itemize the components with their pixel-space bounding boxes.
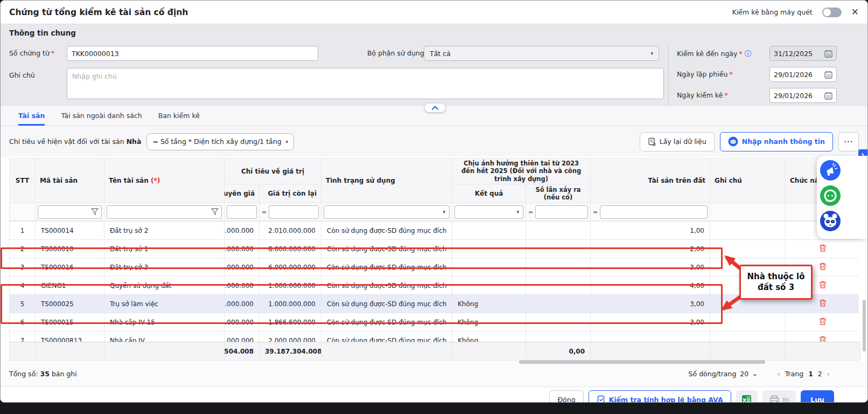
so-chung-tu-input[interactable] bbox=[67, 46, 318, 61]
cell-ghi-chu[interactable] bbox=[710, 313, 786, 332]
cell-tai-san-tren-dat[interactable]: 3,00 bbox=[591, 295, 710, 313]
cell-nguyen-gia[interactable]: 0.000.000 bbox=[225, 222, 260, 240]
cell-so-lan[interactable] bbox=[526, 258, 591, 277]
cell-stt[interactable]: 7 bbox=[10, 332, 36, 342]
cell-gia-tri-con-lai[interactable]: 6.000.000.000 bbox=[260, 258, 321, 277]
cell-so-lan[interactable] bbox=[526, 313, 591, 332]
cell-ten-tai-san[interactable]: Nhà cấp IV-15 bbox=[104, 313, 225, 332]
cell-nguyen-gia[interactable]: 0.000.000 bbox=[225, 295, 260, 313]
cell-so-lan[interactable] bbox=[526, 277, 591, 295]
col-header-so-lan[interactable]: Số lần xảy ra (nếu có) bbox=[526, 184, 591, 203]
filter-so-lan-input[interactable] bbox=[535, 205, 588, 219]
col-header-ma-tai-san[interactable]: Mã tài sản bbox=[36, 158, 104, 203]
cell-tinh-trang[interactable]: Còn sử dụng được-SD đúng mục đích bbox=[321, 332, 452, 342]
asset-row[interactable]: 1TS000014Đất trụ sở 20.000.0002.010.000.… bbox=[10, 222, 859, 240]
cell-ten-tai-san[interactable]: Quyền sử dụng đất bbox=[104, 277, 225, 295]
filter-tai-san-tren-dat-input[interactable] bbox=[600, 205, 708, 219]
save-button[interactable]: Lưu bbox=[801, 390, 834, 403]
tab-tai-san[interactable]: Tài sản bbox=[18, 106, 45, 126]
cell-nguyen-gia[interactable]: 0.000.000 bbox=[225, 277, 260, 295]
ghi-chu-textarea[interactable] bbox=[67, 68, 664, 99]
cell-ket-qua[interactable] bbox=[452, 258, 526, 277]
cell-tai-san-tren-dat[interactable]: 4,00 bbox=[591, 277, 710, 295]
reload-data-button[interactable]: Lấy lại dữ liệu bbox=[640, 132, 715, 151]
collapse-header-button[interactable] bbox=[425, 104, 445, 112]
cell-ma-tai-san[interactable]: TS00000813 bbox=[36, 332, 104, 342]
quick-input-button[interactable]: Nhập nhanh thông tin bbox=[720, 132, 833, 151]
cell-tai-san-tren-dat[interactable]: 3,00 bbox=[591, 258, 710, 277]
cell-gia-tri-con-lai[interactable]: 1.000.000.000 bbox=[260, 277, 321, 295]
promotion-megaphone-icon[interactable] bbox=[820, 160, 841, 181]
cell-ket-qua[interactable]: Không bbox=[452, 332, 526, 342]
cell-tai-san-tren-dat[interactable]: 1,00 bbox=[591, 222, 710, 240]
asset-row[interactable]: 6TS000015Nhà cấp IV-150.000.0001.866.600… bbox=[10, 313, 859, 332]
cell-tinh-trang[interactable]: Còn sử dụng được-SD đúng mục đích bbox=[321, 295, 452, 313]
cell-tai-san-tren-dat[interactable]: 3,00 bbox=[591, 313, 710, 332]
export-excel-button[interactable]: X bbox=[736, 390, 758, 403]
panda-assistant-icon[interactable] bbox=[820, 211, 841, 231]
cell-so-lan[interactable] bbox=[526, 222, 591, 240]
cell-ghi-chu[interactable] bbox=[710, 240, 786, 258]
page-1-button[interactable]: 1 bbox=[808, 370, 813, 378]
filter-gia-tri-con-lai-input[interactable] bbox=[269, 205, 319, 219]
asset-row[interactable]: 7TS00000813Nhà cấp IV0.000.0002.000.000.… bbox=[10, 332, 859, 342]
cell-gia-tri-con-lai[interactable]: 1.000.000.000 bbox=[260, 295, 321, 313]
cell-gia-tri-con-lai[interactable]: 8.000.000.000 bbox=[260, 240, 321, 258]
delete-row-button[interactable] bbox=[818, 317, 827, 326]
cell-ten-tai-san[interactable]: Nhà cấp IV bbox=[104, 332, 225, 342]
close-button[interactable]: Đóng bbox=[549, 390, 583, 403]
cell-stt[interactable]: 3 bbox=[10, 258, 36, 277]
cell-ma-tai-san[interactable]: TS000025 bbox=[36, 295, 104, 313]
cell-ten-tai-san[interactable]: Đất trụ sở 1 bbox=[104, 240, 225, 258]
cell-stt[interactable]: 4 bbox=[10, 277, 36, 295]
tab-ban-kiem-ke[interactable]: Ban kiểm kê bbox=[158, 106, 200, 126]
cell-nguyen-gia[interactable]: 0.000.000 bbox=[225, 332, 260, 342]
col-header-ket-qua[interactable]: Kết quả bbox=[452, 184, 526, 203]
close-icon[interactable]: ✕ bbox=[851, 8, 859, 17]
cell-gia-tri-con-lai[interactable]: 2.010.000.000 bbox=[260, 222, 321, 240]
cell-gia-tri-con-lai[interactable]: 1.866.600.000 bbox=[260, 313, 321, 332]
cell-so-lan[interactable] bbox=[526, 332, 591, 342]
cell-tinh-trang[interactable]: Còn sử dụng được-SD đúng mục đích bbox=[321, 240, 452, 258]
page-2-button[interactable]: 2 bbox=[818, 370, 822, 378]
cell-tinh-trang[interactable]: Còn sử dụng được-SD đúng mục đích bbox=[321, 277, 452, 295]
col-header-nguyen-gia[interactable]: Nguyên giá bbox=[225, 184, 260, 203]
filter-tinh-trang-dropdown[interactable]: ▾ bbox=[324, 205, 450, 219]
ngay-kiem-ke-input[interactable]: 29/01/2026 bbox=[769, 88, 837, 103]
criteria-dropdown[interactable]: = Số tầng * Diện tích xây dựng/1 tầng▾ bbox=[146, 133, 294, 150]
cell-nguyen-gia[interactable]: 0.000.000 bbox=[225, 240, 260, 258]
cell-nguyen-gia[interactable]: 0.000.000 bbox=[225, 313, 260, 332]
asset-row[interactable]: 3TS000016Đất trụ sở 30.000.0006.000.000.… bbox=[10, 258, 859, 277]
validate-ava-button[interactable]: Kiểm tra tính hợp lệ bằng AVA bbox=[589, 390, 731, 403]
cell-so-lan[interactable] bbox=[526, 240, 591, 258]
delete-row-button[interactable] bbox=[818, 335, 827, 342]
col-header-ghi-chu[interactable]: Ghi chú bbox=[710, 158, 786, 203]
vertical-scrollbar[interactable] bbox=[863, 300, 866, 351]
cell-gia-tri-con-lai[interactable]: 2.000.000.000 bbox=[260, 332, 321, 342]
cell-tai-san-tren-dat[interactable]: 2,00 bbox=[591, 240, 710, 258]
asset-row[interactable]: 5TS000025Trụ sở làm việc0.000.0001.000.0… bbox=[10, 295, 859, 313]
prev-page-button[interactable]: ‹ bbox=[777, 370, 780, 378]
cell-ma-tai-san[interactable]: TS000014 bbox=[36, 222, 104, 240]
bo-phan-dropdown[interactable]: Tất cả▾ bbox=[424, 46, 659, 61]
delete-row-button[interactable] bbox=[818, 299, 827, 307]
horizontal-scrollbar[interactable] bbox=[519, 360, 765, 364]
delete-row-button[interactable] bbox=[818, 280, 827, 289]
cell-stt[interactable]: 5 bbox=[10, 295, 36, 313]
asset-row[interactable]: 2TS000010Đất trụ sở 10.000.0008.000.000.… bbox=[10, 240, 859, 258]
cell-stt[interactable]: 1 bbox=[10, 222, 36, 240]
col-header-gia-tri-con-lai[interactable]: Giá trị còn lại bbox=[260, 184, 321, 203]
print-button[interactable]: In bbox=[762, 390, 796, 403]
cell-tinh-trang[interactable]: Còn sử dụng được-SD đúng mục đích bbox=[321, 222, 452, 240]
ngay-lap-phieu-input[interactable]: 29/01/2026 bbox=[769, 67, 837, 82]
col-header-ten-tai-san[interactable]: Tên tài sản (*) bbox=[104, 158, 225, 203]
rows-per-page-select[interactable]: Số dòng/trang 20 ⌄ bbox=[689, 370, 758, 378]
cell-ghi-chu[interactable] bbox=[710, 332, 786, 342]
cell-ket-qua[interactable]: Không bbox=[452, 295, 526, 313]
delete-row-button[interactable] bbox=[818, 262, 827, 271]
cell-ket-qua[interactable]: Không bbox=[452, 313, 526, 332]
cell-ghi-chu[interactable] bbox=[710, 222, 786, 240]
cell-ma-tai-san[interactable]: TS000010 bbox=[36, 240, 104, 258]
filter-ket-qua-dropdown[interactable]: ▾ bbox=[454, 205, 523, 219]
tab-tai-san-ngoai-danh-sach[interactable]: Tài sản ngoài danh sách bbox=[61, 106, 142, 126]
